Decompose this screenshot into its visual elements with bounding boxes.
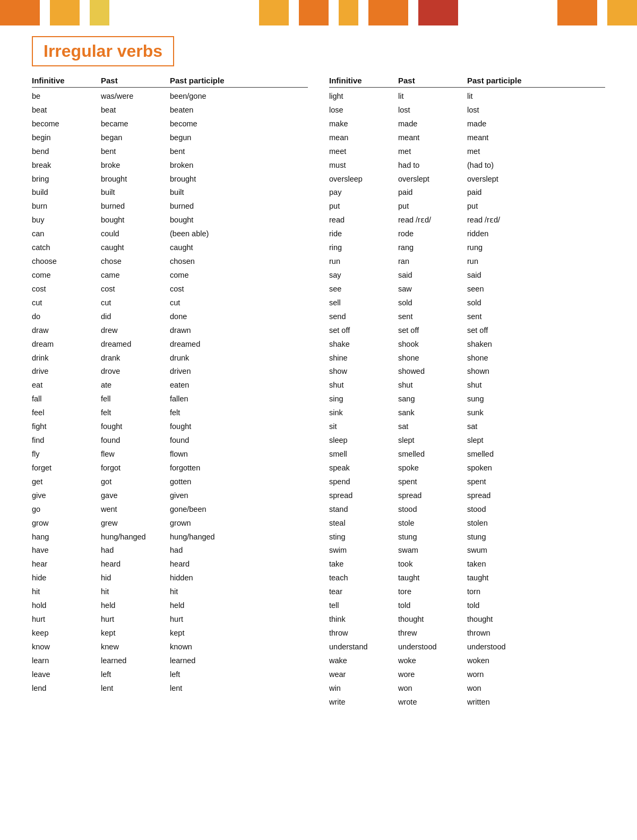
table-row: writewrotewritten: [329, 696, 605, 709]
infinitive-cell: build: [32, 186, 101, 199]
infinitive-cell: drive: [32, 365, 101, 378]
past-participle-cell: heard: [170, 558, 255, 571]
past-participle-cell: smelled: [467, 448, 552, 461]
infinitive-cell: hang: [32, 531, 101, 544]
past-cell: met: [398, 145, 467, 158]
past-cell: shut: [398, 379, 467, 392]
infinitive-cell: fly: [32, 448, 101, 461]
table-row: sitsatsat: [329, 420, 605, 434]
past-cell: put: [398, 200, 467, 213]
table-row: winwonwon: [329, 682, 605, 696]
infinitive-cell: bring: [32, 173, 101, 186]
infinitive-cell: shake: [329, 338, 398, 351]
past-participle-cell: brought: [170, 173, 255, 186]
table-row: taketooktaken: [329, 558, 605, 571]
top-bar-segment: [597, 0, 607, 25]
table-row: rideroderidden: [329, 227, 605, 241]
infinitive-cell: win: [329, 682, 398, 695]
table-row: beginbeganbegun: [32, 131, 308, 145]
infinitive-cell: stand: [329, 503, 398, 516]
past-participle-cell: grown: [170, 517, 255, 530]
table-row: hithithit: [32, 585, 308, 599]
past-cell: forgot: [101, 462, 170, 475]
table-row: drawdrewdrawn: [32, 324, 308, 338]
past-participle-cell: spoken: [467, 462, 552, 475]
past-cell: understood: [398, 641, 467, 654]
past-participle-cell: given: [170, 490, 255, 502]
past-participle-cell: seen: [467, 283, 552, 296]
table-row: telltoldtold: [329, 599, 605, 613]
right-verbs-list: lightlitlitloselostlostmakemademademeanm…: [329, 90, 605, 709]
top-bar-segment: [289, 0, 299, 25]
past-cell: sent: [398, 311, 467, 323]
infinitive-cell: drink: [32, 352, 101, 365]
infinitive-cell: read: [329, 214, 398, 227]
top-bar-segment: [0, 0, 40, 25]
table-row: choosechosechosen: [32, 255, 308, 269]
table-row: breakbrokebroken: [32, 159, 308, 173]
title-box: Irregular verbs: [32, 36, 174, 66]
table-row: wakewokewoken: [329, 654, 605, 668]
top-bar-segment: [50, 0, 80, 25]
past-participle-cell: stood: [467, 503, 552, 516]
top-bar-segment: [358, 0, 368, 25]
table-row: bewas/werebeen/gone: [32, 90, 308, 104]
table-row: spendspentspent: [329, 475, 605, 489]
table-row: drinkdrankdrunk: [32, 352, 308, 365]
page-container: Irregular verbs Infinitive Past Past par…: [0, 25, 637, 730]
past-cell: taught: [398, 572, 467, 585]
infinitive-cell: burn: [32, 200, 101, 213]
past-participle-cell: cost: [170, 283, 255, 296]
top-bar: [0, 0, 637, 25]
past-participle-cell: drunk: [170, 352, 255, 365]
table-row: putputput: [329, 200, 605, 213]
past-cell: woke: [398, 655, 467, 667]
table-row: set offset offset off: [329, 324, 605, 338]
past-cell: tore: [398, 586, 467, 598]
past-cell: hurt: [101, 613, 170, 626]
past-participle-cell: (been able): [170, 228, 255, 241]
infinitive-cell: break: [32, 159, 101, 172]
infinitive-cell: hurt: [32, 613, 101, 626]
infinitive-cell: get: [32, 476, 101, 488]
past-participle-cell: run: [467, 255, 552, 268]
past-participle-cell: gotten: [170, 476, 255, 488]
table-row: havehadhad: [32, 544, 308, 558]
past-participle-cell: flown: [170, 448, 255, 461]
infinitive-cell: be: [32, 90, 101, 103]
top-bar-segment: [557, 0, 597, 25]
table-row: bringbroughtbrought: [32, 173, 308, 186]
past-cell: came: [101, 269, 170, 282]
infinitive-cell: shine: [329, 352, 398, 365]
table-row: flyflewflown: [32, 448, 308, 461]
past-participle-cell: fallen: [170, 393, 255, 406]
past-cell: set off: [398, 324, 467, 337]
table-row: becomebecamebecome: [32, 117, 308, 131]
past-participle-cell: become: [170, 118, 255, 131]
past-participle-cell: begun: [170, 132, 255, 144]
table-row: standstoodstood: [329, 503, 605, 517]
past-cell: knew: [101, 641, 170, 654]
infinitive-cell: tell: [329, 599, 398, 612]
infinitive-cell: spread: [329, 490, 398, 502]
past-cell: heard: [101, 558, 170, 571]
infinitive-cell: oversleep: [329, 173, 398, 186]
infinitive-cell: fall: [32, 393, 101, 406]
table-row: makemademade: [329, 117, 605, 131]
past-cell: took: [398, 558, 467, 571]
past-cell: sang: [398, 393, 467, 406]
past-cell: spread: [398, 490, 467, 502]
table-row: speakspokespoken: [329, 461, 605, 475]
past-cell: chose: [101, 255, 170, 268]
past-cell: kept: [101, 627, 170, 640]
past-participle-cell: drawn: [170, 324, 255, 337]
table-row: learnlearnedlearned: [32, 654, 308, 668]
left-header-infinitive: Infinitive: [32, 76, 101, 85]
table-row: fallfellfallen: [32, 392, 308, 406]
past-participle-cell: taken: [467, 558, 552, 571]
past-participle-cell: come: [170, 269, 255, 282]
infinitive-cell: set off: [329, 324, 398, 337]
past-cell: showed: [398, 365, 467, 378]
past-cell: made: [398, 118, 467, 131]
past-cell: spent: [398, 476, 467, 488]
